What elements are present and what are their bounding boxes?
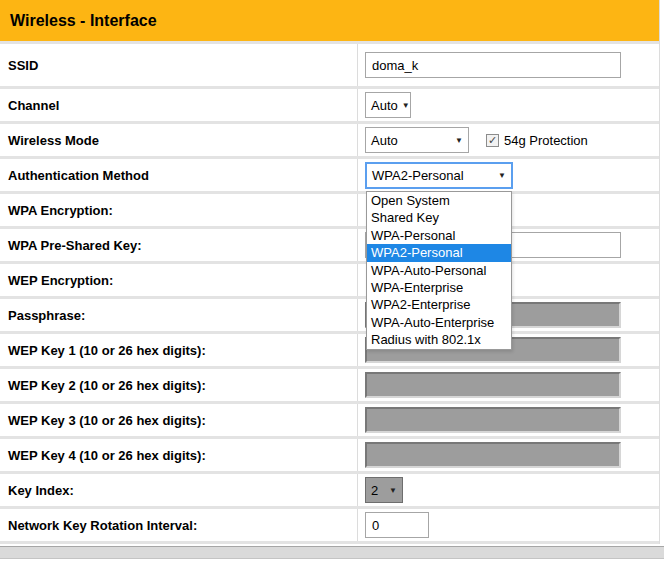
key-index-select[interactable]: 2 ▼ [365, 477, 403, 503]
key-index-select-value: 2 [371, 483, 378, 498]
channel-select[interactable]: Auto ▼ [365, 92, 411, 118]
row-wpa-pre-shared-key: WPA Pre-Shared Key: [0, 229, 659, 264]
auth-option-wpa-enterprise[interactable]: WPA-Enterprise [367, 279, 511, 296]
page-title: Wireless - Interface [10, 12, 157, 30]
horizontal-scrollbar-track[interactable] [0, 546, 664, 559]
row-wep-key-1: WEP Key 1 (10 or 26 hex digits): [0, 334, 659, 369]
row-ssid: SSID [0, 44, 659, 89]
authentication-method-select-value: WPA2-Personal [372, 168, 464, 183]
wireless-mode-label: Wireless Mode [0, 124, 358, 156]
wpa-encryption-label: WPA Encryption: [0, 194, 358, 226]
row-wep-key-4: WEP Key 4 (10 or 26 hex digits): [0, 439, 659, 474]
wep-key-3-label: WEP Key 3 (10 or 26 hex digits): [0, 404, 358, 436]
row-wep-encryption: WEP Encryption: [0, 264, 659, 299]
row-authentication-method: Authentication Method WPA2-Personal ▼ [0, 159, 659, 194]
channel-select-value: Auto [371, 98, 398, 113]
row-wep-key-3: WEP Key 3 (10 or 26 hex digits): [0, 404, 659, 439]
54g-protection-option: ✓ 54g Protection [486, 133, 588, 148]
row-network-key-rotation-interval: Network Key Rotation Interval: [0, 509, 659, 544]
settings-table: Wireless - Interface SSID Channel Auto ▼… [0, 0, 660, 544]
wep-key-2-label: WEP Key 2 (10 or 26 hex digits): [0, 369, 358, 401]
auth-option-wpa-auto-personal[interactable]: WPA-Auto-Personal [367, 262, 511, 279]
network-key-rotation-interval-label: Network Key Rotation Interval: [0, 509, 358, 541]
channel-label: Channel [0, 89, 358, 121]
wireless-mode-select-value: Auto [371, 133, 398, 148]
chevron-down-icon: ▼ [389, 486, 397, 495]
authentication-method-select[interactable]: WPA2-Personal ▼ [365, 162, 513, 189]
wep-encryption-label: WEP Encryption: [0, 264, 358, 296]
chevron-down-icon: ▼ [455, 136, 463, 145]
row-wpa-encryption: WPA Encryption: [0, 194, 659, 229]
wep-key-4-input-disabled [365, 442, 621, 468]
chevron-down-icon: ▼ [402, 101, 410, 110]
wep-key-3-input-disabled [365, 407, 621, 433]
network-key-rotation-interval-input[interactable] [365, 512, 429, 538]
54g-protection-label: 54g Protection [504, 133, 588, 148]
key-index-label: Key Index: [0, 474, 358, 506]
54g-protection-checkbox[interactable]: ✓ [486, 134, 499, 147]
row-key-index: Key Index: 2 ▼ [0, 474, 659, 509]
auth-option-wpa2-personal[interactable]: WPA2-Personal [367, 244, 511, 261]
wep-key-2-input-disabled [365, 372, 621, 398]
row-passphrase: Passphrase: [0, 299, 659, 334]
chevron-down-icon: ▼ [498, 171, 506, 180]
auth-option-wpa2-enterprise[interactable]: WPA2-Enterprise [367, 296, 511, 313]
wireless-interface-page: Wireless - Interface SSID Channel Auto ▼… [0, 0, 664, 562]
row-channel: Channel Auto ▼ [0, 89, 659, 124]
row-wireless-mode: Wireless Mode Auto ▼ ✓ 54g Protection [0, 124, 659, 159]
wep-key-4-label: WEP Key 4 (10 or 26 hex digits): [0, 439, 358, 471]
auth-option-shared-key[interactable]: Shared Key [367, 209, 511, 226]
auth-option-wpa-personal[interactable]: WPA-Personal [367, 227, 511, 244]
passphrase-label: Passphrase: [0, 299, 358, 331]
page-header: Wireless - Interface [0, 0, 659, 44]
auth-option-open-system[interactable]: Open System [367, 192, 511, 209]
auth-option-wpa-auto-enterprise[interactable]: WPA-Auto-Enterprise [367, 314, 511, 331]
ssid-label: SSID [0, 44, 358, 86]
checkbox-checked-icon: ✓ [488, 135, 497, 146]
row-wep-key-2: WEP Key 2 (10 or 26 hex digits): [0, 369, 659, 404]
wpa-pre-shared-key-label: WPA Pre-Shared Key: [0, 229, 358, 261]
wireless-mode-select[interactable]: Auto ▼ [365, 127, 469, 153]
ssid-input[interactable] [365, 52, 621, 78]
wep-key-1-label: WEP Key 1 (10 or 26 hex digits): [0, 334, 358, 366]
authentication-method-label: Authentication Method [0, 159, 358, 191]
auth-option-radius-8021x[interactable]: Radius with 802.1x [367, 331, 511, 348]
authentication-method-dropdown-list: Open System Shared Key WPA-Personal WPA2… [366, 191, 512, 350]
